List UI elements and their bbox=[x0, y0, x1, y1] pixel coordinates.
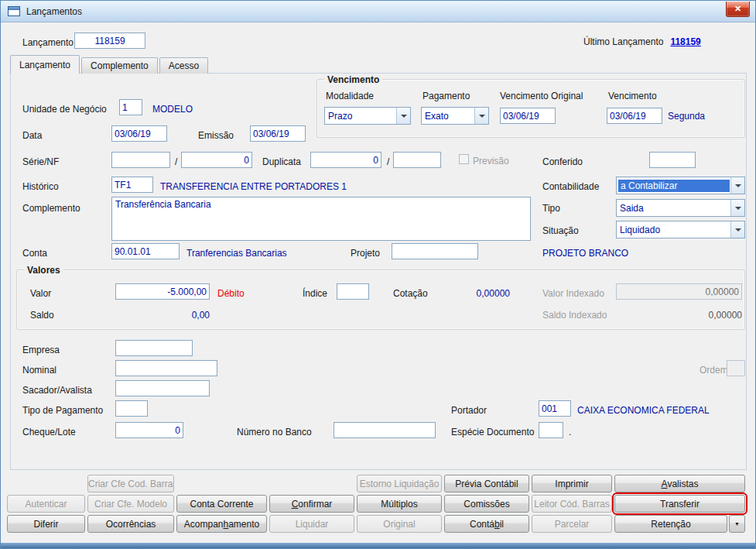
valor-input[interactable] bbox=[115, 283, 210, 300]
button-imprimir[interactable]: Imprimir bbox=[532, 475, 612, 492]
previsao-label: Previsão bbox=[473, 156, 509, 166]
tipo-value: Saida bbox=[617, 203, 730, 214]
projeto-input[interactable] bbox=[392, 243, 478, 259]
unidade-desc: MODELO bbox=[152, 104, 193, 115]
tab-acesso[interactable]: Acesso bbox=[159, 57, 208, 74]
button-diferir[interactable]: Diferir bbox=[7, 515, 85, 533]
button-row-1: Criar Cfe Cod. Barras Estorno Liquidação… bbox=[7, 475, 745, 492]
serie-nf-input[interactable] bbox=[111, 152, 170, 168]
projeto-label: Projeto bbox=[351, 248, 380, 259]
serie-separator: / bbox=[175, 156, 177, 167]
vencimento-weekday: Segunda bbox=[668, 111, 705, 122]
data-label: Data bbox=[22, 130, 42, 141]
valor-indexado-input bbox=[616, 283, 742, 300]
conta-input[interactable] bbox=[111, 243, 180, 259]
cotacao-value: 0,00000 bbox=[457, 288, 510, 299]
ultimo-lancamento-link[interactable]: 118159 bbox=[670, 36, 700, 47]
data-input[interactable] bbox=[111, 125, 167, 142]
chevron-down-icon bbox=[730, 177, 744, 194]
tab-lancamento[interactable]: Lançamento bbox=[10, 55, 80, 74]
contabilidade-label: Contabilidade bbox=[542, 181, 599, 192]
button-spacer bbox=[269, 475, 354, 492]
duplicata-input[interactable] bbox=[310, 152, 381, 168]
saldo-indexado-label: Saldo Indexado bbox=[542, 310, 607, 321]
button-row-3: Diferir Ocorrências Acompanhamento Liqui… bbox=[7, 515, 745, 533]
button-row-2: Autenticar Criar Cfe. Modelo Conta Corre… bbox=[7, 495, 745, 513]
valores-groupbox bbox=[16, 269, 745, 330]
unidade-input[interactable] bbox=[119, 99, 142, 115]
pagamento-select[interactable]: Exato bbox=[421, 107, 489, 125]
contabilidade-value: a Contabilizar bbox=[618, 180, 730, 192]
historico-label: Histórico bbox=[22, 181, 59, 192]
button-transferir[interactable]: Transferir bbox=[614, 495, 745, 513]
ultimo-lancamento-label: Último Lançamento bbox=[583, 36, 663, 47]
button-retencao[interactable]: Retenção bbox=[614, 515, 727, 533]
modalidade-select[interactable]: Prazo bbox=[324, 107, 411, 125]
button-comissoes[interactable]: Comissões bbox=[444, 495, 529, 513]
retencao-split-button: Retenção ▼ bbox=[614, 515, 745, 533]
serie-number-input[interactable] bbox=[181, 152, 252, 168]
window-bottom-border bbox=[1, 543, 755, 548]
tab-bar: Lançamento Complemento Acesso bbox=[10, 55, 210, 74]
button-ocorrencias[interactable]: Ocorrências bbox=[87, 515, 174, 533]
button-multiplos[interactable]: Múltiplos bbox=[357, 495, 442, 513]
valores-group-title: Valores bbox=[24, 265, 63, 276]
button-parcelar: Parcelar bbox=[532, 515, 612, 533]
valor-indexado-label: Valor Indexado bbox=[542, 288, 604, 299]
portador-input[interactable] bbox=[539, 400, 571, 417]
numero-banco-input[interactable] bbox=[334, 422, 436, 438]
especie-documento-input[interactable] bbox=[539, 422, 563, 438]
button-spacer bbox=[176, 475, 267, 492]
app-icon bbox=[8, 6, 20, 16]
duplicata-label: Duplicata bbox=[262, 156, 301, 167]
serie-nf-label: Série/NF bbox=[22, 156, 59, 167]
button-autenticar: Autenticar bbox=[7, 495, 85, 513]
button-acompanhamento[interactable]: Acompanhamento bbox=[176, 515, 267, 533]
vencimento-original-input[interactable] bbox=[500, 108, 556, 124]
lancamento-number-label: Lançamento bbox=[22, 37, 74, 48]
button-original: Original bbox=[357, 515, 442, 533]
button-conta-corrente[interactable]: Conta Corrente bbox=[176, 495, 267, 513]
titlebar: Lançamentos bbox=[1, 1, 755, 22]
button-previa-contabil[interactable]: Prévia Contábil bbox=[444, 475, 529, 492]
historico-input[interactable] bbox=[111, 177, 153, 193]
modalidade-label: Modalidade bbox=[326, 91, 374, 101]
close-button[interactable]: ✕ bbox=[726, 2, 750, 17]
tipo-label: Tipo bbox=[542, 203, 560, 214]
duplicata-separator: / bbox=[387, 156, 389, 167]
emissao-input[interactable] bbox=[250, 125, 306, 142]
contabilidade-select[interactable]: a Contabilizar bbox=[616, 177, 745, 194]
ordem-input bbox=[727, 360, 745, 376]
conferido-input[interactable] bbox=[649, 152, 696, 168]
chevron-down-icon bbox=[730, 221, 744, 238]
button-retencao-dropdown[interactable]: ▼ bbox=[729, 515, 745, 533]
cheque-lote-input[interactable] bbox=[115, 422, 183, 438]
button-confirmar[interactable]: Confirmar bbox=[269, 495, 354, 513]
button-avalistas[interactable]: Avalistas bbox=[614, 475, 745, 492]
tipo-select[interactable]: Saida bbox=[616, 199, 745, 217]
indice-input[interactable] bbox=[337, 283, 369, 300]
projeto-desc: PROJETO BRANCO bbox=[542, 248, 628, 259]
modalidade-value: Prazo bbox=[325, 111, 396, 122]
saldo-indexado-value: 0,00000 bbox=[682, 310, 742, 321]
window-title: Lançamentos bbox=[26, 6, 82, 17]
vencimento-input[interactable] bbox=[607, 108, 662, 124]
tab-complemento[interactable]: Complemento bbox=[81, 57, 158, 74]
vencimento-original-label: Vencimento Original bbox=[500, 91, 583, 101]
button-spacer bbox=[7, 475, 85, 492]
empresa-input[interactable] bbox=[115, 340, 193, 356]
nominal-input[interactable] bbox=[115, 360, 217, 376]
complemento-textarea[interactable]: Transferência Bancaria bbox=[111, 197, 531, 241]
button-contabil[interactable]: Contábil bbox=[444, 515, 529, 533]
pagamento-label: Pagamento bbox=[422, 91, 470, 101]
duplicata-input-2[interactable] bbox=[393, 152, 441, 168]
emissao-label: Emissão bbox=[198, 130, 234, 141]
sacador-avalista-input[interactable] bbox=[115, 380, 210, 396]
situacao-select[interactable]: Liquidado bbox=[616, 221, 745, 238]
button-estorno-liquidacao: Estorno Liquidação bbox=[357, 475, 442, 492]
portador-desc: CAIXA ECONOMICA FEDERAL bbox=[577, 405, 710, 416]
tipo-pagamento-input[interactable] bbox=[115, 400, 148, 417]
lancamento-number-input[interactable] bbox=[74, 33, 145, 49]
lancamentos-window: Lançamentos ✕ Lançamento Último Lançamen… bbox=[0, 0, 756, 549]
cotacao-label: Cotação bbox=[393, 288, 428, 299]
